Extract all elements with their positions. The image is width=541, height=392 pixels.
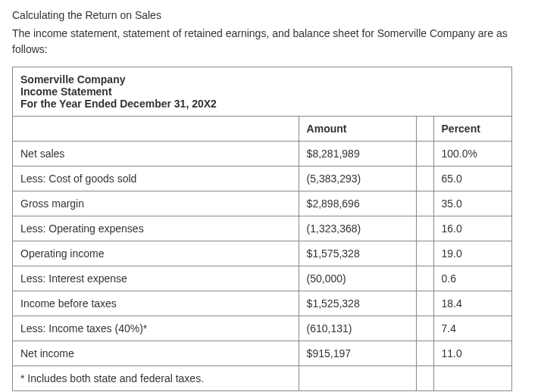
table-row: Less: Interest expense (50,000) 0.6 (13, 266, 512, 291)
row-label: Operating income (13, 241, 299, 266)
col-separator (416, 316, 433, 341)
row-percent: 35.0 (433, 191, 511, 216)
table-row: Less: Operating expenses (1,323,368) 16.… (13, 216, 512, 241)
row-label: Net sales (13, 142, 299, 166)
col-separator (416, 341, 433, 366)
row-amount: $915,197 (299, 341, 416, 366)
row-amount: $2,898,696 (299, 191, 416, 216)
col-header-blank (13, 117, 299, 142)
table-row: Less: Income taxes (40%)* (610,131) 7.4 (13, 316, 512, 341)
row-percent-blank (433, 366, 511, 391)
company-name: Somerville Company (20, 73, 504, 86)
row-percent: 7.4 (433, 316, 511, 341)
row-label: Less: Cost of goods sold (13, 166, 299, 191)
table-row: Net sales $8,281,989 100.0% (13, 142, 512, 166)
statement-header: Somerville Company Income Statement For … (13, 67, 512, 117)
table-row: Gross margin $2,898,696 35.0 (13, 191, 512, 216)
col-separator (416, 216, 433, 241)
row-percent: 0.6 (433, 266, 511, 291)
col-separator (416, 266, 433, 291)
row-label: Less: Interest expense (13, 266, 299, 291)
row-label: Income before taxes (13, 291, 299, 316)
table-row: Income before taxes $1,525,328 18.4 (13, 291, 512, 316)
income-statement-table: Somerville Company Income Statement For … (12, 67, 512, 391)
row-label: Less: Income taxes (40%)* (13, 316, 299, 341)
page-title: Calculating the Return on Sales (12, 9, 529, 21)
col-header-amount: Amount (299, 117, 416, 142)
row-label: Less: Operating expenses (13, 216, 299, 241)
row-percent: 65.0 (433, 166, 511, 191)
col-separator (416, 366, 433, 391)
col-separator (416, 166, 433, 191)
row-amount: (610,131) (299, 316, 416, 341)
row-amount: $8,281,989 (299, 142, 416, 166)
col-separator (416, 117, 433, 142)
row-amount-blank (299, 366, 416, 391)
row-percent: 18.4 (433, 291, 511, 316)
row-amount: $1,525,328 (299, 291, 416, 316)
row-percent: 16.0 (433, 216, 511, 241)
col-separator (416, 241, 433, 266)
row-amount: $1,575,328 (299, 241, 416, 266)
row-amount: (1,323,368) (299, 216, 416, 241)
col-separator (416, 291, 433, 316)
col-header-percent: Percent (433, 117, 511, 142)
statement-name: Income Statement (20, 86, 504, 98)
col-separator (416, 191, 433, 216)
col-separator (416, 142, 433, 166)
row-amount: (5,383,293) (299, 166, 416, 191)
intro-text: The income statement, statement of retai… (12, 26, 529, 58)
row-percent: 100.0% (433, 142, 511, 166)
row-percent: 19.0 (433, 241, 511, 266)
column-header-row: Amount Percent (13, 117, 512, 142)
table-header-row: Somerville Company Income Statement For … (13, 67, 512, 117)
statement-period: For the Year Ended December 31, 20X2 (20, 98, 504, 110)
table-row: Operating income $1,575,328 19.0 (13, 241, 512, 266)
footnote: * Includes both state and federal taxes. (13, 366, 299, 391)
row-amount: (50,000) (299, 266, 416, 291)
row-percent: 11.0 (433, 341, 511, 366)
row-label: Gross margin (13, 191, 299, 216)
footnote-row: * Includes both state and federal taxes. (13, 366, 512, 391)
table-row: Less: Cost of goods sold (5,383,293) 65.… (13, 166, 512, 191)
row-label: Net income (13, 341, 299, 366)
table-row: Net income $915,197 11.0 (13, 341, 512, 366)
